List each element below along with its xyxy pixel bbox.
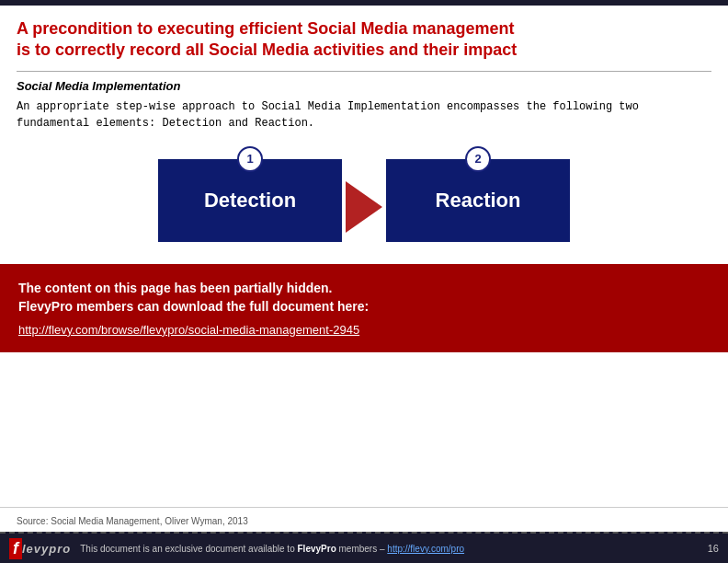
diagram-area: 1 Detection 2 Reaction [17,150,711,257]
section-subtitle: Social Media Implementation [17,79,711,93]
hidden-banner: The content on this page has been partia… [0,264,728,352]
logo-rest: levypro [22,542,71,556]
step2-label: Reaction [436,189,521,213]
section-body: An appropriate step-wise approach to Soc… [17,98,711,132]
step2-circle: 2 [465,146,491,172]
disclaimer-text: This document is an exclusive document a… [80,544,297,554]
arrow-icon [346,181,382,233]
diagram-section: 1 Detection 2 Reaction [17,144,711,257]
source-bar: Source: Social Media Management, Oliver … [0,507,728,532]
step1-label: Detection [204,189,296,213]
banner-link[interactable]: http://flevy.com/browse/flevypro/social-… [18,323,359,337]
arrow-wrapper [346,181,382,233]
step1-wrapper: 1 Detection [158,159,342,242]
main-content: A precondition to executing efficient So… [0,6,728,264]
footer-link[interactable]: http://flevy.com/pro [387,544,464,554]
footer: f levypro This document is an exclusive … [0,532,728,563]
footer-page-number: 16 [708,543,719,554]
step2-wrapper: 2 Reaction [386,159,570,242]
disclaimer-mid: members – [336,544,388,554]
page-title: A precondition to executing efficient So… [17,18,711,62]
disclaimer-bold: FlevyPro [298,544,336,554]
step1-circle: 1 [237,146,263,172]
banner-text2: FlevyPro members can download the full d… [18,299,710,314]
logo-f-letter: f [9,538,22,559]
title-line2: is to correctly record all Social Media … [17,40,517,59]
banner-text1: The content on this page has been partia… [18,281,710,295]
source-text: Source: Social Media Management, Oliver … [17,516,248,526]
footer-disclaimer: This document is an exclusive document a… [80,544,700,554]
title-line1: A precondition to executing efficient So… [17,19,514,38]
footer-logo: f levypro [9,538,71,559]
title-divider [17,71,711,72]
